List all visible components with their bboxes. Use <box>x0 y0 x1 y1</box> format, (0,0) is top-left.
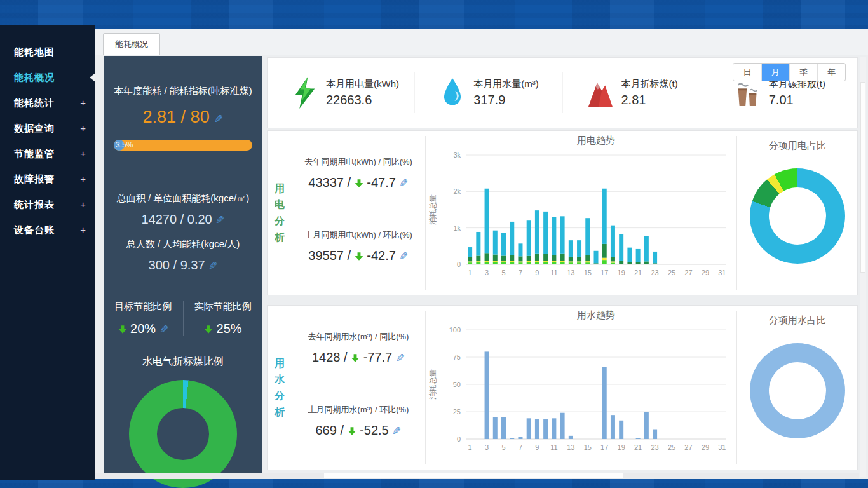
svg-text:9: 9 <box>535 269 539 276</box>
svg-text:用电趋势: 用电趋势 <box>577 135 615 146</box>
water-share-block: 分项用水占比 <box>736 306 858 470</box>
svg-text:25: 25 <box>668 444 675 451</box>
vertical-scrollbar[interactable] <box>860 57 866 477</box>
down-arrow-icon <box>355 252 363 261</box>
electricity-section-label: 用电分析 <box>268 131 292 295</box>
last-month-water-stat: 上月同期用水(m³) / 环比(%) 669 / -52.5 ✎ <box>292 404 425 438</box>
period-month-button[interactable]: 月 <box>761 64 789 81</box>
edit-icon[interactable]: ✎ <box>399 177 408 190</box>
svg-text:1: 1 <box>468 444 472 451</box>
svg-text:25: 25 <box>668 269 675 276</box>
svg-text:用水趋势: 用水趋势 <box>577 309 615 320</box>
edit-icon[interactable]: ✎ <box>208 259 217 273</box>
down-arrow-icon <box>348 427 356 435</box>
svg-text:29: 29 <box>702 444 709 451</box>
svg-text:29: 29 <box>702 269 709 276</box>
sidebar-item-fault-alarm[interactable]: 故障报警 + <box>0 166 95 192</box>
water-trend-chart: 用水趋势消耗总量02550751001357911131517192123252… <box>425 308 734 468</box>
svg-text:11: 11 <box>550 269 557 276</box>
svg-text:7: 7 <box>519 269 522 276</box>
svg-text:100: 100 <box>449 326 461 334</box>
target-saving-block: 目标节能比例 20% ✎ <box>104 301 183 336</box>
svg-text:1: 1 <box>468 269 472 276</box>
down-arrow-icon <box>351 354 360 362</box>
edit-icon[interactable]: ✎ <box>215 214 224 227</box>
expand-icon[interactable]: + <box>80 141 86 166</box>
sidebar-item-energy-map[interactable]: 能耗地图 <box>0 39 95 65</box>
svg-text:75: 75 <box>453 353 461 361</box>
edit-icon[interactable]: ✎ <box>159 323 168 336</box>
svg-text:27: 27 <box>684 269 692 276</box>
svg-text:25: 25 <box>453 408 461 416</box>
electricity-metric-card: 本月用电量(kWh) 22663.6 <box>268 72 414 113</box>
svg-text:21: 21 <box>634 269 642 276</box>
svg-text:11: 11 <box>550 444 557 451</box>
svg-text:50: 50 <box>453 381 461 388</box>
people-value: 300 / 9.37 ✎ <box>104 258 262 273</box>
desktop-background: { "app": { "tab_label": "能耗概况" }, "glyph… <box>0 0 868 488</box>
svg-text:31: 31 <box>718 269 726 276</box>
coal-metric-card: 本月折标煤(t) 2.81 <box>562 72 710 113</box>
tab-bar: 能耗概况 <box>95 29 868 55</box>
svg-text:27: 27 <box>684 444 692 451</box>
expand-icon[interactable]: + <box>80 116 86 141</box>
edit-icon[interactable]: ✎ <box>399 250 408 263</box>
svg-text:19: 19 <box>618 269 625 276</box>
svg-text:31: 31 <box>718 444 726 451</box>
period-toggle: 日 月 季 年 <box>733 63 846 81</box>
sidebar-item-energy-overview[interactable]: 能耗概况 <box>0 65 95 90</box>
electricity-share-donut-chart <box>750 168 845 264</box>
progress-percent: 3.5% <box>116 140 133 149</box>
coal-ratio-donut-chart <box>129 380 237 488</box>
electricity-trend-chart: 用电趋势消耗总量01k2k3k1357911131517192123252729… <box>425 133 734 294</box>
annual-progress-bar: 3.5% <box>114 140 252 151</box>
edit-icon[interactable]: ✎ <box>396 351 405 365</box>
water-drop-icon <box>439 77 466 109</box>
svg-text:13: 13 <box>567 269 574 276</box>
sidebar-item-equipment-ledger[interactable]: 设备台账 + <box>0 217 95 243</box>
svg-text:19: 19 <box>618 444 625 451</box>
svg-text:1k: 1k <box>453 224 461 232</box>
electricity-stats: 去年同期用电(kWh) / 同比(%) 43337 / -47.7 ✎ 上月同期… <box>292 131 425 295</box>
svg-text:15: 15 <box>584 444 592 451</box>
svg-text:消耗总量: 消耗总量 <box>428 194 437 225</box>
sidebar-item-data-query[interactable]: 数据查询 + <box>0 116 95 141</box>
expand-icon[interactable]: + <box>80 192 86 217</box>
electricity-analysis-section: 用电分析 去年同期用电(kWh) / 同比(%) 43337 / -47.7 ✎… <box>267 130 858 295</box>
expand-icon[interactable]: + <box>80 166 86 192</box>
expand-icon[interactable]: + <box>80 90 86 116</box>
period-year-button[interactable]: 年 <box>817 64 845 81</box>
mountain-icon <box>587 77 614 109</box>
sidebar-item-energy-saving-supervision[interactable]: 节能监管 + <box>0 141 95 166</box>
water-analysis-section: 用水分析 去年同期用水(m³) / 同比(%) 1428 / -77.7 ✎ 上… <box>267 305 858 470</box>
annual-energy-value: 2.81 / 80 ✎ <box>104 107 262 127</box>
expand-icon[interactable]: + <box>80 217 86 243</box>
sidebar-item-statistical-report[interactable]: 统计报表 + <box>0 192 95 217</box>
period-day-button[interactable]: 日 <box>733 64 761 81</box>
horizontal-scrollbar-thumb[interactable] <box>324 473 623 478</box>
svg-text:17: 17 <box>600 444 608 451</box>
water-stats: 去年同期用水(m³) / 同比(%) 1428 / -77.7 ✎ 上月同期用水… <box>292 306 425 470</box>
tab-energy-overview[interactable]: 能耗概况 <box>103 33 160 55</box>
down-arrow-icon <box>118 325 127 334</box>
svg-text:15: 15 <box>584 269 592 276</box>
edit-icon[interactable]: ✎ <box>392 424 401 438</box>
svg-text:2k: 2k <box>453 187 461 195</box>
period-quarter-button[interactable]: 季 <box>789 64 817 81</box>
vertical-scrollbar-thumb[interactable] <box>860 82 865 273</box>
lightning-icon <box>292 77 318 109</box>
svg-text:0: 0 <box>457 261 461 268</box>
main-content: 能耗概况 本年度能耗 / 能耗指标(吨标准煤) 2.81 / 80 ✎ 3.5%… <box>95 29 868 479</box>
svg-text:9: 9 <box>535 444 539 451</box>
sidebar-item-energy-statistics[interactable]: 能耗统计 + <box>0 90 95 116</box>
electricity-share-title: 分项用电占比 <box>736 140 858 152</box>
svg-text:17: 17 <box>600 269 608 276</box>
last-year-water-stat: 去年同期用水(m³) / 同比(%) 1428 / -77.7 ✎ <box>292 331 425 365</box>
area-label: 总面积 / 单位面积能耗(kgce/㎡) <box>104 193 262 205</box>
edit-icon[interactable]: ✎ <box>214 112 223 126</box>
svg-text:7: 7 <box>519 444 522 451</box>
svg-text:13: 13 <box>567 444 574 451</box>
sidebar: 能耗地图 能耗概况 能耗统计 + 数据查询 + 节能监管 + 故障报警 + 统计… <box>0 25 95 480</box>
horizontal-scrollbar[interactable] <box>95 473 859 479</box>
water-metric-card: 本月用水量(m³) 317.9 <box>414 72 562 113</box>
